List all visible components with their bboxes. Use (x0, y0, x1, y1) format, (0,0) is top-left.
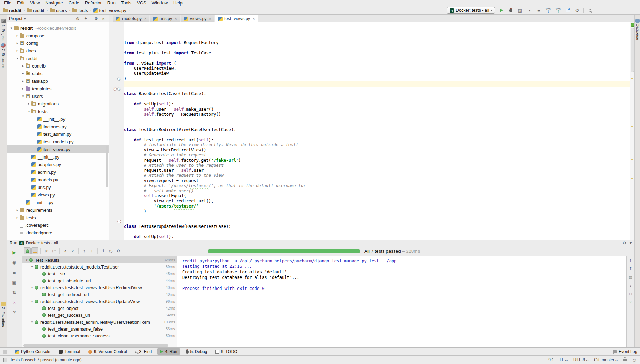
close-icon[interactable]: × (175, 17, 177, 21)
code-editor[interactable]: from django.test import RequestFactory f… (124, 22, 630, 240)
tree-item-test_models.py[interactable]: test_models.py (7, 138, 109, 145)
stop-button[interactable]: ■ (11, 269, 18, 276)
lock-icon[interactable] (623, 359, 627, 361)
tree-item-.coveragerc[interactable]: .coveragerc (7, 221, 109, 229)
chevron-expanded-icon[interactable]: ▾ (15, 57, 20, 60)
chevron-expanded-icon[interactable]: ▾ (21, 94, 26, 98)
run-console[interactable]: reddit_pycha:python -u /opt/.pycharm_hel… (177, 256, 626, 347)
menu-item-vcs[interactable]: VCS (134, 0, 149, 6)
hector-icon[interactable]: ☺ (632, 357, 637, 363)
chevron-collapsed-icon[interactable]: ▸ (21, 79, 26, 83)
tree-item-test_admin.py[interactable]: test_admin.py (7, 130, 109, 138)
breadcrumb-item[interactable]: reddit (26, 8, 45, 13)
test-row[interactable]: test_get_absolute_url44ms (22, 277, 177, 284)
chevron-expanded-icon[interactable]: ▾ (30, 265, 35, 269)
locate-icon[interactable]: ⊕ (75, 16, 80, 21)
undo-icon[interactable]: ↺ (574, 7, 580, 13)
expand-all-icon[interactable]: ∧ (62, 247, 69, 254)
collapse-all-icon[interactable]: ÷ (83, 16, 88, 21)
close-button[interactable]: × (11, 299, 18, 306)
warning-mark[interactable] (631, 159, 633, 160)
toolwindow-button-python-console[interactable]: Python Console (12, 348, 53, 355)
hide-panel-icon[interactable]: ⇤ (101, 16, 107, 21)
tree-item-contrib[interactable]: ▸contrib (7, 62, 109, 70)
soft-wrap-icon[interactable]: ▤ (628, 274, 633, 280)
menu-item-help[interactable]: Help (170, 0, 185, 6)
warning-mark[interactable] (631, 178, 633, 179)
scroll-to-bottom-icon[interactable]: ↧ (628, 266, 633, 272)
chevron-expanded-icon[interactable]: ▾ (24, 258, 29, 262)
tree-scrollbar[interactable] (106, 146, 108, 187)
tree-item-test_views.py[interactable]: test_views.py (7, 145, 109, 153)
event-log-button[interactable]: Event Log (613, 349, 637, 354)
menu-item-file[interactable]: File (1, 0, 14, 6)
breadcrumb-item[interactable]: reddit (2, 8, 22, 13)
toolwindow-button-3--find[interactable]: 3: Find (132, 348, 155, 355)
menu-item-run[interactable]: Run (105, 0, 118, 6)
editor-tab-views.py[interactable]: views.py× (181, 15, 214, 22)
scroll-track-button[interactable]: ⇅ (11, 289, 18, 296)
menu-item-code[interactable]: Code (66, 0, 82, 6)
test-row[interactable]: ▾reddit.users.tests.test_models.TestUser… (22, 263, 177, 270)
chevron-collapsed-icon[interactable]: ▸ (15, 41, 20, 45)
status-widget[interactable]: UTF-8▴▾ (573, 357, 589, 362)
run-configuration-select[interactable]: dj Docker: tests - all ▾ (447, 7, 495, 14)
test-row[interactable]: test_clean_username_success50ms (22, 332, 177, 339)
chevron-expanded-icon[interactable]: ▾ (27, 110, 31, 113)
tree-item-factories.py[interactable]: factories.py (7, 123, 109, 130)
test-row[interactable]: ▾reddit.users.tests.test_admin.TestMyUse… (22, 318, 177, 325)
menu-item-view[interactable]: View (27, 0, 42, 6)
project-tree[interactable]: ▾reddit~/cookiecutter/reddit▸compose▸con… (7, 22, 109, 240)
show-ignored-toggle[interactable] (31, 247, 38, 254)
override-marker-icon[interactable]: ↑ (117, 220, 121, 223)
tree-item-compose[interactable]: ▸compose (7, 32, 109, 39)
tree-item-docs[interactable]: ▸docs (7, 47, 109, 54)
coverage-icon[interactable]: ▨ (517, 7, 523, 13)
profiler-icon[interactable]: ◔ (526, 7, 532, 13)
clear-console-icon[interactable]: × (628, 299, 633, 305)
sort-alphabetically-icon[interactable]: ↓a (43, 247, 50, 254)
toolwindow-button-terminal[interactable]: ›_Terminal (56, 348, 83, 355)
test-row[interactable]: test_clean_username_false53ms (22, 325, 177, 332)
settings-icon[interactable]: ⚙ (93, 16, 99, 21)
chevron-collapsed-icon[interactable]: ▸ (27, 102, 31, 105)
test-row[interactable]: ▾reddit.users.tests.test_views.TestUserU… (22, 298, 177, 305)
show-passed-toggle[interactable] (24, 247, 31, 254)
editor-tab-models.py[interactable]: models.py× (113, 15, 149, 22)
test-row[interactable]: test__str__45ms (22, 270, 177, 277)
scroll-to-end-icon[interactable]: ↓ (628, 283, 633, 288)
print-icon[interactable]: □ (628, 291, 633, 296)
test-results-root[interactable]: ▾Test Results328ms (22, 256, 177, 263)
breadcrumb-item[interactable]: users (49, 8, 68, 13)
hide-panel-icon[interactable]: ▾ (630, 241, 632, 245)
run-dashboard-icon[interactable]: ≡ (535, 7, 542, 13)
tree-item-__init__.py[interactable]: __init__.py (7, 153, 109, 161)
gear-icon[interactable]: ⚙ (622, 241, 626, 245)
tree-item-views.py[interactable]: views.py (7, 191, 109, 199)
breadcrumb-item[interactable]: test_views.py (93, 8, 127, 13)
editor-tab-test_views.py[interactable]: test_views.py× (215, 15, 258, 22)
editor-scrollbar[interactable] (630, 22, 634, 240)
scroll-to-top-icon[interactable]: ↥ (628, 258, 633, 263)
chevron-collapsed-icon[interactable]: ▸ (15, 49, 20, 52)
test-results-tree[interactable]: ▾Test Results328ms▾reddit.users.tests.te… (22, 256, 177, 347)
override-marker-icon[interactable]: ↑ (113, 87, 117, 91)
editor-tab-urls.py[interactable]: urls.py× (150, 15, 180, 22)
tree-item-admin.py[interactable]: admin.py (7, 168, 109, 176)
override-marker-icon[interactable]: ↓ (117, 77, 121, 81)
test-settings-icon[interactable]: ⚙ (115, 247, 122, 254)
close-icon[interactable]: × (253, 17, 255, 21)
close-icon[interactable]: × (209, 17, 211, 21)
tree-item-reddit[interactable]: ▾reddit (7, 54, 109, 62)
run-icon[interactable] (498, 7, 504, 13)
test-row[interactable]: test_get_object42ms (22, 305, 177, 312)
rerun-failed-button[interactable]: ◉ (11, 259, 18, 266)
test-row[interactable]: ▾reddit.users.tests.test_views.TestUserR… (22, 284, 177, 291)
sidebar-tab-favorites[interactable]: 2: Favorites (1, 302, 6, 327)
tree-item-config[interactable]: ▸config (7, 39, 109, 47)
chevron-collapsed-icon[interactable]: ▸ (21, 64, 26, 68)
search-everywhere-icon[interactable] (587, 7, 593, 13)
tree-item-tests[interactable]: ▸tests (7, 214, 109, 221)
export-results-icon[interactable]: ↥ (100, 247, 107, 254)
sort-by-duration-icon[interactable]: ↓≡ (50, 247, 57, 254)
